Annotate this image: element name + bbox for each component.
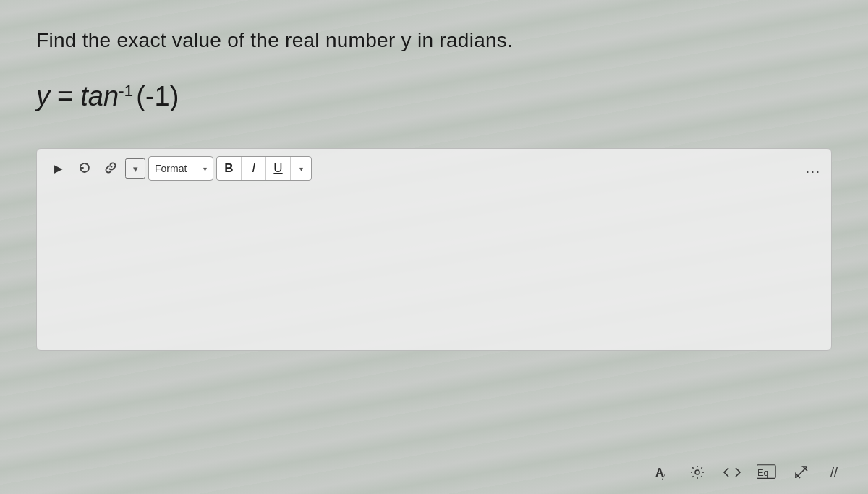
underline-arrow-button[interactable]: ▾	[291, 156, 311, 181]
formula-variable: y	[36, 81, 50, 112]
italic-button[interactable]: I	[242, 156, 266, 181]
formula-equals: =	[57, 81, 73, 112]
format-group: B I U ▾	[216, 156, 312, 181]
chevron-down-icon: ▾	[133, 163, 138, 174]
content-area: Find the exact value of the real number …	[0, 0, 868, 494]
formula-function: tan-1(-1)	[80, 81, 179, 112]
underline-button[interactable]: U	[266, 156, 291, 181]
refresh-button[interactable]	[73, 157, 96, 180]
underline-dropdown-icon: ▾	[299, 165, 303, 173]
formula-tan: tan	[80, 81, 119, 112]
link-button[interactable]	[99, 157, 122, 180]
link-icon	[104, 161, 117, 176]
editor-body[interactable]	[47, 187, 821, 343]
more-options-button[interactable]: ...	[806, 161, 821, 176]
formula-argument: (-1)	[136, 81, 179, 112]
formula-display: y = tan-1(-1)	[36, 81, 832, 112]
play-button[interactable]: ▶	[47, 157, 70, 180]
format-dropdown[interactable]: Format ▾	[148, 156, 213, 181]
question-text: Find the exact value of the real number …	[36, 29, 832, 52]
refresh-icon	[78, 161, 91, 176]
bold-button[interactable]: B	[217, 156, 242, 181]
formula-exponent: -1	[119, 81, 133, 101]
chevron-down-button[interactable]: ▾	[125, 158, 145, 179]
editor-container: ▶	[36, 148, 832, 351]
format-label: Format	[155, 163, 200, 174]
format-dropdown-arrow-icon: ▾	[203, 165, 207, 173]
toolbar: ▶	[47, 156, 821, 187]
